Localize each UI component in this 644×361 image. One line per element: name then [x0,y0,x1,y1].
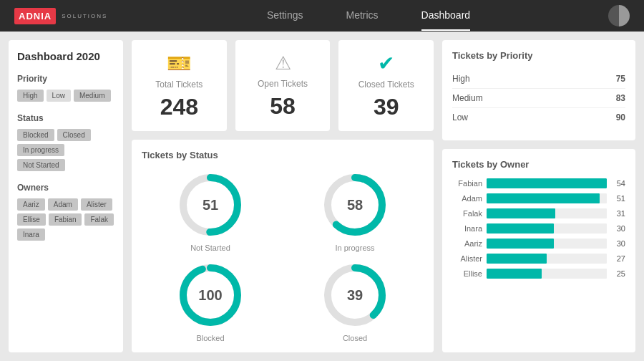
tag-not-started[interactable]: Not Started [17,159,65,171]
open-tickets-label: Open Tickets [258,79,308,89]
owner-name-inara: Inara [452,224,482,233]
tag-ellise[interactable]: Ellise [17,213,46,226]
total-tickets-icon: 🎫 [167,52,192,75]
bar-fill-alister [487,254,547,264]
total-tickets-label: Total Tickets [155,80,203,90]
priority-medium-count: 83 [616,93,625,103]
priority-high-count: 75 [616,74,625,84]
bar-fill-ellise [487,269,542,279]
tag-inara[interactable]: Inara [17,228,45,241]
tickets-by-owner-title: Tickets by Owner [452,159,625,170]
owner-tags: Aariz Adam Alister Ellise Fabian Falak I… [17,198,114,241]
total-tickets-value: 248 [160,94,198,120]
main-content: Dashboard 2020 Priority High Low Medium … [0,32,644,361]
bar-track-fabian [487,178,607,188]
donut-in-progress-value: 58 [347,197,363,213]
owner-name-aariz: Aariz [452,239,482,248]
owner-name-ellise: Ellise [452,269,482,278]
bar-track-aariz [487,239,607,249]
open-tickets-card: ⚠ Open Tickets 58 [235,40,331,131]
theme-toggle-button[interactable] [608,5,630,27]
owner-bar-alister: Alister 27 [452,254,625,264]
donut-blocked-value: 100 [198,287,222,304]
right-panel: Tickets by Priority High 75 Medium 83 Lo… [442,40,635,352]
owner-bar-ellise: Ellise 25 [452,269,625,279]
open-tickets-icon: ⚠ [275,52,291,74]
donut-in-progress-label: In progress [335,244,374,252]
priority-low-count: 90 [616,112,625,122]
sidebar: Dashboard 2020 Priority High Low Medium … [9,40,123,352]
bar-fill-fabian [487,178,607,188]
total-tickets-card: 🎫 Total Tickets 248 [132,40,227,131]
priority-tags: High Low Medium [17,90,114,102]
tickets-by-priority-title: Tickets by Priority [452,50,625,61]
owner-name-alister: Alister [452,254,482,263]
tag-medium[interactable]: Medium [74,90,111,102]
priority-high-name: High [452,74,470,84]
owner-bar-aariz: Aariz 30 [452,239,625,249]
donut-closed-wrapper: 39 [319,259,391,331]
tag-alister[interactable]: Alister [81,198,112,211]
priority-label: Priority [17,74,114,84]
donut-in-progress: 58 In progress [286,169,424,252]
header: ADNIA SOLUTIONS Settings Metrics Dashboa… [0,0,644,32]
bar-count-falak: 31 [611,209,625,218]
tag-closed[interactable]: Closed [57,129,91,141]
donut-not-started-label: Not Started [190,244,230,252]
owner-name-adam: Adam [452,194,482,203]
tag-fabian[interactable]: Fabian [49,213,82,226]
tickets-by-owner-card: Tickets by Owner Fabian 54 Adam 51 Falak… [442,149,635,352]
owner-name-falak: Falak [452,209,482,218]
donut-closed-label: Closed [343,334,367,342]
bar-fill-aariz [487,239,554,249]
tag-low[interactable]: Low [47,90,71,102]
donut-blocked: 100 Blocked [142,259,279,342]
logo-sub: SOLUTIONS [62,13,107,19]
open-tickets-value: 58 [270,93,296,120]
priority-row-low: Low 90 [452,108,625,127]
donut-blocked-wrapper: 100 [175,259,246,331]
nav-metrics[interactable]: Metrics [346,1,378,31]
logo-box: ADNIA [14,8,56,24]
tag-in-progress[interactable]: In progress [17,144,64,156]
bar-track-inara [487,223,607,234]
bar-track-falak [487,208,607,218]
bar-count-adam: 51 [611,194,625,203]
closed-tickets-label: Closed Tickets [358,80,414,90]
owner-bar-adam: Adam 51 [452,193,625,203]
bar-count-aariz: 30 [611,239,625,248]
owners-filter: Owners Aariz Adam Alister Ellise Fabian … [17,183,114,241]
tag-falak[interactable]: Falak [84,213,113,226]
bar-track-ellise [487,269,607,279]
donut-not-started: 51 Not Started [142,169,279,252]
donut-blocked-label: Blocked [196,334,224,342]
metrics-row: 🎫 Total Tickets 248 ⚠ Open Tickets 58 ✔ … [132,40,434,131]
donut-closed: 39 Closed [286,259,424,342]
bar-count-inara: 30 [611,224,625,233]
tickets-by-status-section: Tickets by Status 51 Not Started [132,140,434,352]
priority-row-medium: Medium 83 [452,89,625,108]
nav-dashboard[interactable]: Dashboard [421,1,471,31]
owner-bar-falak: Falak 31 [452,208,625,218]
sidebar-title: Dashboard 2020 [17,50,114,62]
tag-high[interactable]: High [17,90,44,102]
nav-settings[interactable]: Settings [267,1,303,31]
bar-count-alister: 27 [611,254,625,263]
bar-count-fabian: 54 [611,179,625,188]
tag-blocked[interactable]: Blocked [17,129,54,141]
tickets-by-status-title: Tickets by Status [142,150,424,160]
main-nav: Settings Metrics Dashboard [129,1,608,31]
logo: ADNIA SOLUTIONS [14,8,129,24]
donut-not-started-value: 51 [203,197,218,213]
tag-aariz[interactable]: Aariz [17,198,45,211]
closed-tickets-icon: ✔ [378,52,394,75]
donut-not-started-wrapper: 51 [175,169,246,241]
logo-text: ADNIA [19,11,52,21]
tag-adam[interactable]: Adam [48,198,78,211]
status-tags: Blocked Closed In progress Not Started [17,129,114,171]
priority-low-name: Low [452,112,468,122]
donut-in-progress-wrapper: 58 [319,169,391,241]
donut-grid: 51 Not Started 58 In progress [142,169,424,342]
owners-label: Owners [17,183,114,193]
status-label: Status [17,113,114,123]
